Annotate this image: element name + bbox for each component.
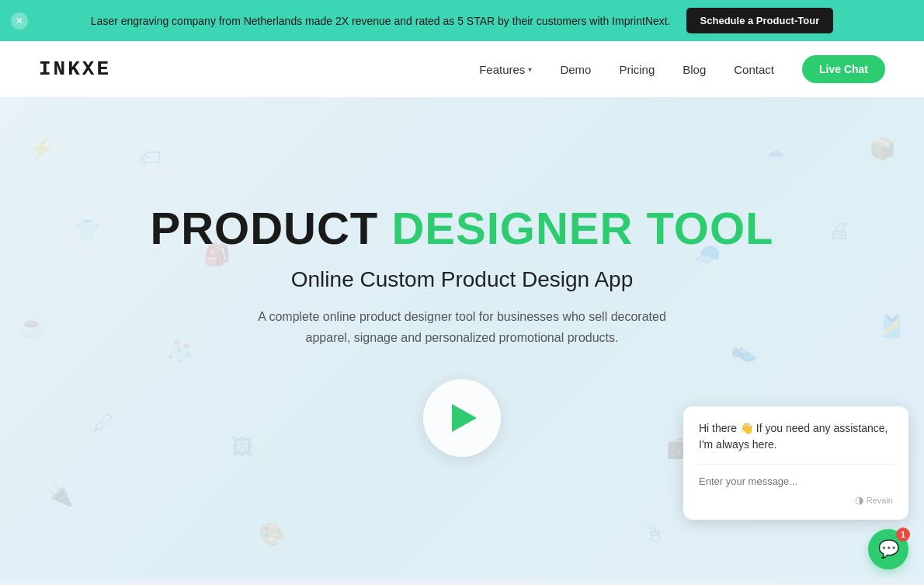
- revain-branding: ◑ Revain: [855, 494, 893, 506]
- nav-demo[interactable]: Demo: [560, 63, 591, 76]
- chat-icon: 💬: [878, 539, 899, 559]
- announcement-bar: × Laser engraving company from Netherlan…: [0, 0, 924, 41]
- play-icon: [452, 404, 477, 432]
- chat-greeting-text: Hi there 👋 If you need any assistance, I…: [699, 420, 893, 453]
- bg-icon-12: 🖨: [828, 218, 850, 243]
- chevron-down-icon: ▾: [528, 65, 532, 74]
- bg-icon-4: 🖊: [92, 410, 114, 436]
- nav-blog[interactable]: Blog: [683, 63, 706, 76]
- chat-footer: ◑ Revain: [699, 494, 893, 506]
- chat-notification-badge: 1: [896, 528, 910, 541]
- announcement-text: Laser engraving company from Netherlands…: [91, 15, 671, 27]
- hero-title-part2: DESIGNER TOOL: [391, 203, 773, 253]
- bg-icon-11: 📦: [869, 136, 896, 162]
- nav-pricing[interactable]: Pricing: [619, 63, 655, 76]
- revain-icon: ◑: [855, 494, 863, 506]
- bg-icon-20: 🖱: [644, 521, 665, 547]
- chat-divider: [699, 464, 893, 465]
- nav-features[interactable]: Features ▾: [479, 63, 532, 76]
- bg-icon-17: 👟: [731, 338, 758, 364]
- nav-contact[interactable]: Contact: [734, 63, 774, 76]
- schedule-tour-button[interactable]: Schedule a Product-Tour: [686, 8, 834, 33]
- bg-icon-2: 👕: [74, 218, 101, 243]
- bg-icon-10: 🎨: [259, 521, 286, 547]
- hero-subtitle: Online Custom Product Design App: [291, 267, 633, 292]
- chat-message-input[interactable]: [699, 475, 893, 487]
- navigation: Features ▾ Demo Pricing Blog Contact Liv…: [479, 55, 885, 83]
- header: INKXE Features ▾ Demo Pricing Blog Conta…: [0, 41, 924, 97]
- hero-title-part1: PRODUCT: [151, 203, 392, 253]
- close-icon: ×: [16, 15, 23, 27]
- bg-icon-7: 🧦: [166, 338, 193, 364]
- announcement-close-button[interactable]: ×: [11, 12, 28, 30]
- chat-bubble: Hi there 👋 If you need any assistance, I…: [683, 406, 908, 520]
- logo[interactable]: INKXE: [39, 57, 111, 81]
- bg-icon-3: ☕: [19, 314, 46, 340]
- chat-open-button[interactable]: 💬 1: [868, 529, 908, 569]
- chat-widget: Hi there 👋 If you need any assistance, I…: [683, 406, 908, 569]
- bg-icon-6: 🏷: [139, 145, 161, 171]
- live-chat-button[interactable]: Live Chat: [802, 55, 885, 83]
- hero-description: A complete online product designer tool …: [245, 306, 679, 348]
- play-button[interactable]: [423, 379, 501, 457]
- bg-icon-1: ⚡: [28, 136, 55, 162]
- bg-icon-9: 🖼: [231, 434, 253, 460]
- bg-icon-13: 🎽: [878, 314, 905, 340]
- bg-icon-5: 🔌: [47, 482, 74, 508]
- bg-icon-16: ☂: [766, 145, 786, 171]
- hero-title: PRODUCT DESIGNER TOOL: [151, 204, 774, 253]
